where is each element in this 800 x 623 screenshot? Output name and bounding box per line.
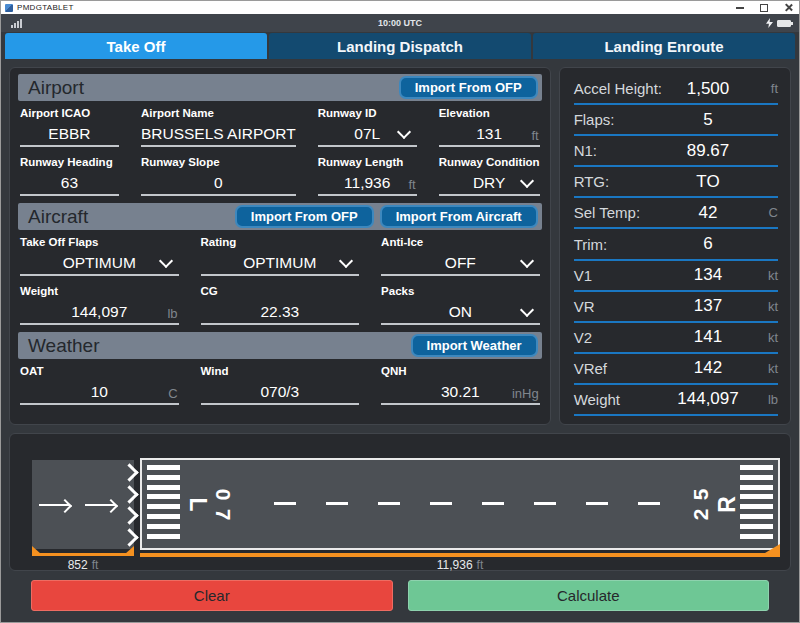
field-value: EBBR (48, 125, 90, 143)
takeoff-form-panel: Airport Import From OFP Airport ICAO EBB… (9, 67, 551, 425)
field-elevation[interactable]: Elevation 131ft (439, 105, 540, 147)
field-unit: inHg (512, 386, 539, 401)
result-v1: V1 134 kt (574, 261, 778, 292)
threshold-stripes-right (740, 465, 773, 543)
minimize-icon[interactable] (736, 7, 744, 9)
field-unit: C (168, 386, 177, 401)
field-airport-icao[interactable]: Airport ICAO EBBR (20, 105, 119, 147)
result-vr: VR 137 kt (574, 292, 778, 323)
calculate-button[interactable]: Calculate (408, 580, 770, 611)
result-unit: ft (754, 81, 778, 96)
aircraft-section-title: Aircraft (28, 206, 88, 228)
arrow-right-icon (39, 504, 69, 506)
field-label: Runway Slope (141, 156, 296, 168)
field-rating[interactable]: Rating OPTIMUM (201, 234, 360, 276)
field-runway-length[interactable]: Runway Length 11,936ft (318, 154, 417, 196)
app-icon (5, 4, 13, 12)
os-titlebar: PMDGTABLET (1, 1, 799, 14)
tab-bar: Take Off Landing Dispatch Landing Enrout… (5, 33, 795, 59)
chevron-down-icon[interactable] (521, 176, 533, 188)
result-n1: N1: 89.67 (574, 136, 778, 167)
field-runway-slope[interactable]: Runway Slope 0 (141, 154, 296, 196)
result-unit: lb (754, 392, 778, 407)
field-label: Runway Length (318, 156, 417, 168)
battery-icon (777, 20, 791, 27)
field-label: Airport ICAO (20, 107, 119, 119)
airport-section-title: Airport (28, 77, 84, 99)
field-airport-name[interactable]: Airport Name BRUSSELS AIRPORT (141, 105, 296, 147)
result-value: 6 (662, 234, 754, 254)
runway-surface: L 0 7 5 2 R (140, 458, 780, 550)
result-label: Trim: (574, 236, 662, 253)
aircraft-section-header: Aircraft Import From OFP Import From Air… (18, 203, 542, 230)
result-label: V1 (574, 267, 662, 284)
runway-length-unit: ft (477, 558, 484, 572)
runway-marking-25r: 5 2 R (690, 460, 736, 548)
result-label: VRef (574, 360, 662, 377)
field-takeoff-flaps[interactable]: Take Off Flaps OPTIMUM (20, 234, 179, 276)
tab-take-off[interactable]: Take Off (5, 33, 267, 59)
tab-landing-enroute[interactable]: Landing Enroute (533, 33, 795, 59)
import-from-ofp-button[interactable]: Import From OFP (399, 76, 538, 99)
runway-letter: R (714, 496, 741, 513)
result-value: 42 (662, 203, 754, 223)
chevron-down-icon[interactable] (340, 256, 352, 268)
displaced-distance-label: 852ft (32, 558, 134, 572)
field-qnh[interactable]: QNH 30.21inHg (381, 363, 540, 405)
result-label: V2 (574, 329, 662, 346)
result-weight: Weight 144,097 lb (574, 385, 778, 416)
tab-landing-dispatch[interactable]: Landing Dispatch (269, 33, 531, 59)
result-flaps: Flaps: 5 (574, 105, 778, 136)
field-wind[interactable]: Wind 070/3 (201, 363, 360, 405)
import-from-ofp-button[interactable]: Import From OFP (235, 205, 374, 228)
chevron-down-icon[interactable] (521, 256, 533, 268)
field-label: QNH (381, 365, 540, 377)
window-title: PMDGTABLET (17, 3, 74, 12)
result-label: RTG: (574, 173, 662, 190)
result-value: 134 (662, 265, 754, 285)
field-packs[interactable]: Packs ON (381, 283, 540, 325)
results-panel: Accel Height: 1,500 ft Flaps: 5 N1: 89.6… (559, 67, 791, 425)
chevron-down-icon[interactable] (160, 256, 172, 268)
field-runway-id[interactable]: Runway ID 07L (318, 105, 417, 147)
field-value: 63 (61, 174, 78, 192)
import-from-aircraft-button[interactable]: Import From Aircraft (380, 205, 538, 228)
field-label: OAT (20, 365, 179, 377)
weather-section-header: Weather Import Weather (18, 332, 542, 359)
field-label: CG (201, 285, 360, 297)
field-label: Runway Heading (20, 156, 119, 168)
field-label: Packs (381, 285, 540, 297)
result-value: 141 (662, 327, 754, 347)
aircraft-section: Aircraft Import From OFP Import From Air… (18, 203, 542, 325)
result-label: Sel Temp: (574, 204, 662, 221)
runway-digit: 2 (691, 504, 710, 524)
maximize-icon[interactable] (760, 4, 768, 12)
field-value: DRY (473, 174, 505, 192)
result-value: 137 (662, 296, 754, 316)
action-bar: Clear Calculate (31, 580, 769, 611)
field-anti-ice[interactable]: Anti-Ice OFF (381, 234, 540, 276)
field-cg[interactable]: CG 22.33 (201, 283, 360, 325)
field-label: Runway Condition (439, 156, 540, 168)
runway-diagram: L 0 7 5 2 R 852ft 11,936ft (9, 433, 791, 571)
field-value: 131 (476, 125, 502, 143)
field-runway-condition[interactable]: Runway Condition DRY (439, 154, 540, 196)
weather-section-title: Weather (28, 335, 99, 357)
field-runway-heading[interactable]: Runway Heading 63 (20, 154, 119, 196)
chevron-down-icon[interactable] (398, 127, 410, 139)
field-weight[interactable]: Weight 144,097lb (20, 283, 179, 325)
close-icon[interactable] (784, 3, 793, 12)
field-unit: lb (167, 306, 177, 321)
field-value: OPTIMUM (243, 254, 316, 272)
field-value: ON (449, 303, 472, 321)
weather-section: Weather Import Weather OAT 10C Wind 070/… (18, 332, 542, 405)
field-value: 30.21 (441, 383, 480, 401)
import-weather-button[interactable]: Import Weather (411, 334, 538, 357)
displaced-threshold-chevron-icon (125, 485, 138, 503)
field-value: 11,936 (344, 174, 390, 192)
displaced-distance-bracket (32, 553, 134, 556)
result-label: N1: (574, 142, 662, 159)
chevron-down-icon[interactable] (521, 305, 533, 317)
clear-button[interactable]: Clear (31, 580, 393, 611)
field-oat[interactable]: OAT 10C (20, 363, 179, 405)
